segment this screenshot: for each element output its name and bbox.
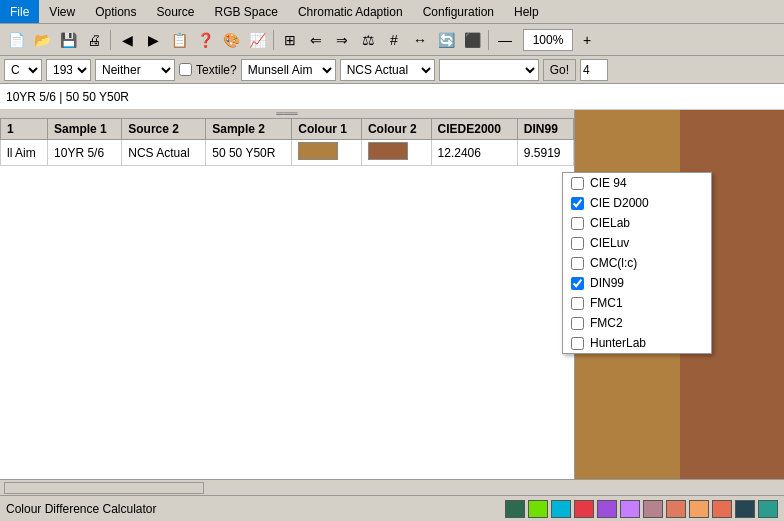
palette-swatch-6[interactable] — [643, 500, 663, 518]
zoom-input[interactable] — [523, 29, 573, 51]
help-icon[interactable]: ❓ — [193, 28, 217, 52]
chart-icon[interactable]: 📈 — [245, 28, 269, 52]
copy-icon[interactable]: 📋 — [167, 28, 191, 52]
new-icon[interactable]: 📄 — [4, 28, 28, 52]
menu-bar: File View Options Source RGB Space Chrom… — [0, 0, 784, 24]
checkbox-cmc(l:c)[interactable] — [571, 257, 584, 270]
menu-help[interactable]: Help — [504, 0, 549, 23]
menu-options[interactable]: Options — [85, 0, 146, 23]
checkbox-cie-d2000[interactable] — [571, 197, 584, 210]
cell-source2: NCS Actual — [122, 140, 206, 166]
menu-configuration[interactable]: Configuration — [413, 0, 504, 23]
neither-select[interactable]: Neither Sample 1 Sample 2 — [95, 59, 175, 81]
dropdown-item-hunterlab[interactable]: HunterLab — [563, 333, 711, 353]
aim-select[interactable]: Munsell Aim — [241, 59, 336, 81]
horizontal-scrollbar[interactable] — [4, 482, 204, 494]
checkbox-din99[interactable] — [571, 277, 584, 290]
checkbox-cieluv[interactable] — [571, 237, 584, 250]
textile-checkbox[interactable] — [179, 63, 192, 76]
menu-view[interactable]: View — [39, 0, 85, 23]
scale-icon[interactable]: ⚖ — [356, 28, 380, 52]
print-icon[interactable]: 🖨 — [82, 28, 106, 52]
dropdown-item-cmc(l:c)[interactable]: CMC(l:c) — [563, 253, 711, 273]
toolbar: 📄 📂 💾 🖨 ◀ ▶ 📋 ❓ 🎨 📈 ⊞ ⇐ ⇒ ⚖ # ↔ 🔄 ⬛ — + — [0, 24, 784, 56]
dropdown-item-din99[interactable]: DIN99 — [563, 273, 711, 293]
table-row[interactable]: ll Aim 10YR 5/6 NCS Actual 50 50 Y50R 12… — [1, 140, 574, 166]
menu-chromatic[interactable]: Chromatic Adaption — [288, 0, 413, 23]
table-area[interactable]: 1 Sample 1 Source 2 Sample 2 Colour 1 Co… — [0, 118, 574, 479]
checkbox-fmc2[interactable] — [571, 317, 584, 330]
sep3 — [488, 30, 489, 50]
menu-file[interactable]: File — [0, 0, 39, 23]
cell-col1: ll Aim — [1, 140, 48, 166]
checkbox-hunterlab[interactable] — [571, 337, 584, 350]
dropdown-item-label: FMC2 — [590, 316, 623, 330]
color-palette — [505, 500, 778, 518]
col-header-colour1: Colour 1 — [292, 119, 362, 140]
palette-swatch-11[interactable] — [758, 500, 778, 518]
textile-label: Textile? — [179, 63, 237, 77]
num-icon[interactable]: # — [382, 28, 406, 52]
save-icon[interactable]: 💾 — [56, 28, 80, 52]
scrollbar-area[interactable] — [0, 479, 784, 495]
right-arrow-icon[interactable]: ⇒ — [330, 28, 354, 52]
metric-dropdown-trigger[interactable] — [439, 59, 539, 81]
col-header-ciede: CIEDE2000 — [431, 119, 517, 140]
dropdown-item-label: CIE D2000 — [590, 196, 649, 210]
swap-icon[interactable]: ↔ — [408, 28, 432, 52]
next-icon[interactable]: ▶ — [141, 28, 165, 52]
dropdown-item-fmc2[interactable]: FMC2 — [563, 313, 711, 333]
cell-colour1 — [292, 140, 362, 166]
left-arrow-icon[interactable]: ⇐ — [304, 28, 328, 52]
checkbox-fmc1[interactable] — [571, 297, 584, 310]
menu-source[interactable]: Source — [147, 0, 205, 23]
checkbox-cie-94[interactable] — [571, 177, 584, 190]
grid-icon[interactable]: ⊞ — [278, 28, 302, 52]
sep2 — [273, 30, 274, 50]
palette-swatch-8[interactable] — [689, 500, 709, 518]
dropdown-item-fmc1[interactable]: FMC1 — [563, 293, 711, 313]
dropdown-item-label: DIN99 — [590, 276, 624, 290]
mode-select[interactable]: C — [4, 59, 42, 81]
extra-input[interactable] — [580, 59, 608, 81]
sep1 — [110, 30, 111, 50]
cell-colour2 — [361, 140, 431, 166]
actual-select[interactable]: NCS Actual — [340, 59, 435, 81]
col-header-1: 1 — [1, 119, 48, 140]
palette-swatch-4[interactable] — [597, 500, 617, 518]
status-text: Colour Difference Calculator — [6, 502, 499, 516]
color-icon[interactable]: 🎨 — [219, 28, 243, 52]
data-table: 1 Sample 1 Source 2 Sample 2 Colour 1 Co… — [0, 118, 574, 166]
dropdown-item-label: FMC1 — [590, 296, 623, 310]
palette-swatch-2[interactable] — [551, 500, 571, 518]
prev-icon[interactable]: ◀ — [115, 28, 139, 52]
palette-swatch-0[interactable] — [505, 500, 525, 518]
col-header-sample1: Sample 1 — [48, 119, 122, 140]
dropdown-item-cieluv[interactable]: CIELuv — [563, 233, 711, 253]
number-select[interactable]: 1931 — [46, 59, 91, 81]
dropdown-item-label: CIELuv — [590, 236, 629, 250]
zoom-plus-icon[interactable]: + — [575, 28, 599, 52]
col-header-sample2: Sample 2 — [206, 119, 292, 140]
col-header-colour2: Colour 2 — [361, 119, 431, 140]
palette-swatch-5[interactable] — [620, 500, 640, 518]
dropdown-item-label: CIELab — [590, 216, 630, 230]
cell-din99: 9.5919 — [517, 140, 573, 166]
palette-swatch-7[interactable] — [666, 500, 686, 518]
dropdown-item-cie-d2000[interactable]: CIE D2000 — [563, 193, 711, 213]
block-icon[interactable]: ⬛ — [460, 28, 484, 52]
cell-sample2: 50 50 Y50R — [206, 140, 292, 166]
dropdown-item-cielab[interactable]: CIELab — [563, 213, 711, 233]
minus-icon[interactable]: — — [493, 28, 517, 52]
menu-rgb-space[interactable]: RGB Space — [205, 0, 288, 23]
palette-swatch-10[interactable] — [735, 500, 755, 518]
checkbox-cielab[interactable] — [571, 217, 584, 230]
palette-swatch-3[interactable] — [574, 500, 594, 518]
status-bar: Colour Difference Calculator — [0, 495, 784, 521]
palette-swatch-9[interactable] — [712, 500, 732, 518]
palette-swatch-1[interactable] — [528, 500, 548, 518]
open-icon[interactable]: 📂 — [30, 28, 54, 52]
go-button[interactable]: Go! — [543, 59, 576, 81]
dropdown-item-cie-94[interactable]: CIE 94 — [563, 173, 711, 193]
refresh-icon[interactable]: 🔄 — [434, 28, 458, 52]
